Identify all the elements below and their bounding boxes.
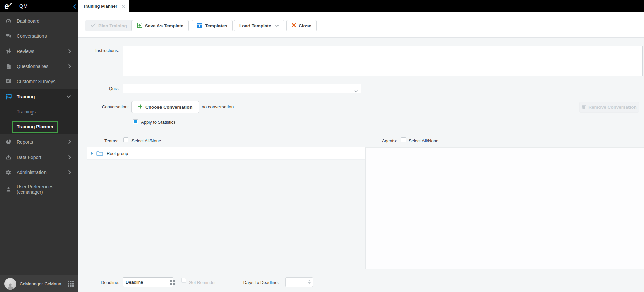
sidebar-item-questionnaires[interactable]: Questionnaires <box>0 59 78 74</box>
user-name: CcManager CcMana... <box>20 281 65 286</box>
sidebar-item-label: Dashboard <box>17 18 40 24</box>
instructions-label: Instructions: <box>80 48 119 53</box>
close-x-icon <box>292 23 296 28</box>
avatar <box>4 278 16 290</box>
trash-icon <box>582 104 586 110</box>
apply-to-statistics-checkbox[interactable] <box>133 119 138 124</box>
sidebar-item-data-export[interactable]: Data Export <box>0 150 78 165</box>
check-icon <box>91 23 96 28</box>
folder-icon <box>96 151 103 156</box>
tab-close-icon[interactable] <box>121 4 125 8</box>
presenter-icon <box>5 93 12 100</box>
arrow-up-icon <box>308 280 311 281</box>
sidebar-item-customer-surveys[interactable]: Customer Surveys <box>0 74 78 89</box>
chevron-right-icon <box>68 170 71 174</box>
sidebar-item-training[interactable]: Training <box>0 89 78 104</box>
sidebar-item-administration[interactable]: Administration <box>0 165 78 180</box>
gauge-icon <box>5 18 12 24</box>
agents-select-all-label: Select All/None <box>409 138 438 143</box>
days-to-deadline-stepper[interactable] <box>285 277 313 287</box>
chevron-right-icon <box>68 64 71 68</box>
chevron-down-icon <box>275 25 279 27</box>
teams-tree-row-root-group[interactable]: Root group <box>87 147 365 160</box>
plan-training-button[interactable]: Plan Training <box>85 20 133 31</box>
sidebar-item-training-planner[interactable]: Training Planner <box>0 119 78 134</box>
quiz-label: Quiz: <box>80 86 119 91</box>
agents-panel <box>365 147 644 269</box>
sidebar-item-label: User Preferences (ccmanager) <box>17 184 65 195</box>
chevron-right-icon <box>68 155 71 159</box>
training-section: Training Trainings Training Planner <box>0 89 78 134</box>
export-tray-icon <box>5 154 12 160</box>
deadline-input[interactable] <box>123 277 173 287</box>
sidebar-item-label: Reports <box>17 139 33 145</box>
chevron-right-icon <box>68 140 71 144</box>
sidebar-item-label: Training <box>17 94 35 99</box>
agents-select-all-checkbox[interactable] <box>401 137 406 142</box>
remove-conversation-button[interactable]: Remove Conversation <box>579 102 639 113</box>
sidebar-item-label: Conversations <box>17 33 47 39</box>
templates-button[interactable]: Templates <box>192 20 233 31</box>
app-root: e QM Training Planner Dashboard Conversa… <box>0 0 644 292</box>
chevron-down-icon <box>354 88 358 94</box>
teams-select-all-label: Select All/None <box>131 138 161 143</box>
quiz-select[interactable] <box>123 84 361 93</box>
main-content: Plan Training Save As Template Templates… <box>78 12 644 292</box>
sidebar-item-label: Administration <box>17 170 47 175</box>
pie-chart-icon <box>5 139 12 145</box>
teams-select-all-checkbox[interactable] <box>123 137 128 142</box>
chevron-down-icon <box>67 95 71 98</box>
person-icon <box>5 187 12 192</box>
conversation-status: no conversation <box>202 104 234 109</box>
conversation-label: Conversation: <box>80 104 129 109</box>
plus-square-icon <box>137 23 142 29</box>
sidebar-item-label: Questionnaires <box>17 64 48 69</box>
instructions-textarea[interactable] <box>123 46 643 76</box>
agents-label: Agents: <box>382 138 397 143</box>
tab-label: Training Planner <box>83 4 117 9</box>
deadline-label: Deadline: <box>79 280 119 285</box>
sidebar-item-reports[interactable]: Reports <box>0 134 78 150</box>
selected-item-outline: Training Planner <box>12 121 58 133</box>
sidebar-item-user-preferences[interactable]: User Preferences (ccmanager) <box>0 180 78 199</box>
tab-training-planner[interactable]: Training Planner <box>78 0 129 12</box>
sidebar-item-conversations[interactable]: Conversations <box>0 28 78 43</box>
sidebar-item-trainings[interactable]: Trainings <box>0 104 78 119</box>
close-button[interactable]: Close <box>286 20 317 31</box>
eleveo-logo-icon: e <box>4 1 12 11</box>
collapse-sidebar-icon[interactable] <box>73 4 76 10</box>
expand-triangle-icon[interactable] <box>91 152 93 155</box>
plus-icon <box>138 104 142 110</box>
document-icon <box>5 63 12 69</box>
sidebar-item-label: Customer Surveys <box>17 79 55 84</box>
sidebar-item-label: Trainings <box>17 109 36 115</box>
survey-bubble-icon <box>5 78 12 84</box>
sidebar-nav: Dashboard Conversations Reviews Question… <box>0 12 78 199</box>
stepper-arrows-icon[interactable] <box>308 280 311 284</box>
days-to-deadline-label: Days To Deadline: <box>238 280 279 285</box>
sidebar-item-dashboard[interactable]: Dashboard <box>0 13 78 28</box>
sidebar-item-label: Data Export <box>17 155 41 160</box>
load-template-button[interactable]: Load Template <box>234 20 284 31</box>
set-reminder-label: Set Reminder <box>189 280 216 285</box>
sidebar-item-label: Training Planner <box>17 124 54 129</box>
choose-conversation-button[interactable]: Choose Conversation <box>131 101 199 113</box>
save-as-template-button[interactable]: Save As Template <box>131 20 189 31</box>
arrows-up-down-icon <box>5 48 12 54</box>
arrow-down-icon <box>308 282 311 284</box>
set-reminder-checkbox[interactable] <box>181 278 186 283</box>
toolbar: Plan Training Save As Template Templates… <box>78 12 644 38</box>
product-title: QM <box>19 3 28 9</box>
sidebar-item-reviews[interactable]: Reviews <box>0 43 78 59</box>
chevron-right-icon <box>68 49 71 53</box>
tree-node-label: Root group <box>107 151 128 156</box>
table-grid-icon <box>197 23 202 29</box>
gear-icon <box>5 169 12 175</box>
chat-bubbles-icon <box>5 33 12 39</box>
apps-grid-icon[interactable] <box>68 281 74 287</box>
sidebar-item-label: Reviews <box>17 48 34 54</box>
apply-to-statistics-label: Apply to Statistics <box>141 120 176 125</box>
training-planner-form: Instructions: Quiz: Conversation: Choose… <box>78 38 644 292</box>
user-profile-bar[interactable]: CcManager CcMana... <box>0 275 78 292</box>
teams-label: Teams: <box>80 138 118 143</box>
